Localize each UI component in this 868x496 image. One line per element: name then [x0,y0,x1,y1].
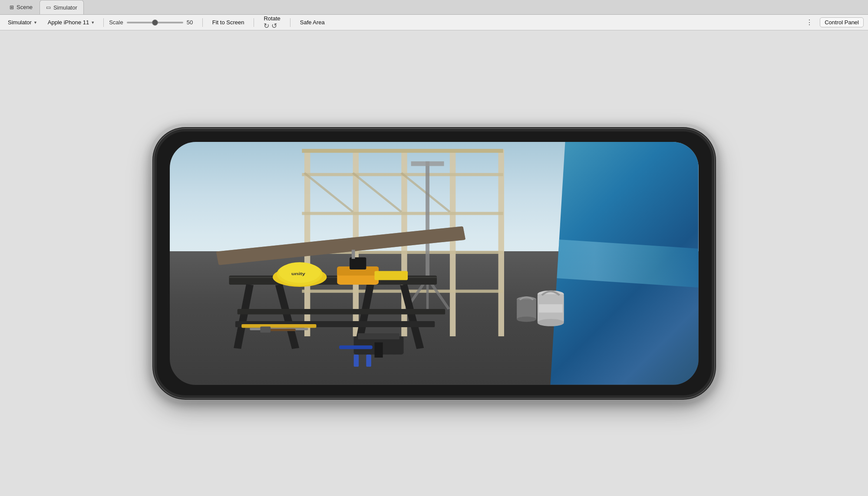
svg-rect-4 [498,149,504,336]
scale-label: Scale [109,19,123,26]
scale-slider[interactable] [127,22,183,23]
svg-rect-41 [354,355,359,367]
tab-bar: ⊞ Scene ▭ Simulator [0,0,868,15]
toolbar: Simulator ▼ Apple iPhone 11 ▼ Scale 50 F… [0,15,868,30]
scene-tab-label: Scene [17,4,33,10]
svg-rect-19 [216,226,466,265]
rotate-label: Rotate [264,15,280,22]
phone-notch [157,242,165,285]
svg-rect-38 [358,333,400,339]
svg-rect-46 [261,326,271,332]
simulator-dropdown-arrow: ▼ [33,20,37,25]
fit-to-screen-button[interactable]: Fit to Screen [208,18,249,27]
svg-line-23 [279,285,296,348]
device-dropdown[interactable]: Apple iPhone 11 ▼ [44,18,98,27]
svg-line-25 [404,285,420,348]
svg-point-49 [517,317,536,322]
svg-rect-36 [375,271,408,280]
svg-rect-14 [411,161,444,166]
svg-text:unity: unity [291,271,306,276]
svg-rect-35 [352,250,355,259]
svg-rect-43 [242,324,317,328]
separator-3 [254,18,254,27]
separator-2 [202,18,203,27]
svg-rect-40 [340,345,373,349]
device-dropdown-label: Apple iPhone 11 [48,19,89,26]
paint-buckets [513,282,566,336]
toolbar-right: ⋮ Control Panel [802,17,864,27]
rotate-icons: ↻ ↺ [264,22,280,30]
phone-device-frame: unity [154,129,714,398]
simulator-tab-icon: ▭ [46,4,51,10]
simulator-main-area: unity [0,30,868,496]
device-dropdown-arrow: ▼ [91,20,95,25]
svg-line-22 [238,285,250,348]
svg-point-52 [538,319,564,326]
more-options-icon[interactable]: ⋮ [802,17,816,27]
svg-rect-12 [302,149,503,153]
phone-outer-frame: unity [149,124,719,403]
svg-rect-26 [238,309,445,315]
tab-scene[interactable]: ⊞ Scene [3,0,39,14]
rotate-button[interactable]: Rotate ↻ ↺ [259,14,284,31]
scale-value: 50 [187,19,197,26]
simulator-dropdown-label: Simulator [8,19,32,26]
safe-area-button[interactable]: Safe Area [296,18,329,27]
control-panel-button[interactable]: Control Panel [820,17,864,27]
svg-rect-48 [517,299,536,319]
simulator-dropdown[interactable]: Simulator ▼ [4,18,41,27]
tab-simulator[interactable]: ▭ Simulator [40,0,84,14]
svg-rect-39 [375,342,383,358]
scene-blue-wall [550,142,698,385]
workbench-area: unity [196,191,487,373]
phone-screen[interactable]: unity [170,142,699,385]
separator-1 [103,18,104,27]
svg-rect-53 [539,304,563,312]
simulator-tab-label: Simulator [53,4,77,11]
scene-viewport[interactable]: unity [170,142,699,385]
scene-tab-icon: ⊞ [10,4,14,10]
svg-rect-34 [350,257,366,269]
svg-rect-42 [366,355,371,367]
separator-4 [290,18,290,27]
